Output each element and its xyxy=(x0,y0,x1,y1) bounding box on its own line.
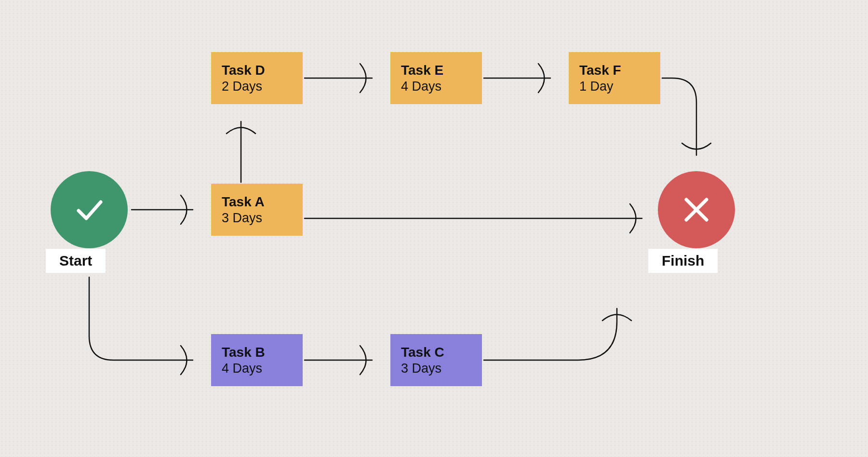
finish-node xyxy=(658,171,735,248)
task-a-duration: 3 Days xyxy=(222,210,303,226)
task-a-title: Task A xyxy=(222,194,303,210)
task-d-title: Task D xyxy=(222,62,303,79)
task-e-duration: 4 Days xyxy=(401,79,482,94)
start-label: Start xyxy=(46,249,106,273)
task-f-box: Task F 1 Day xyxy=(569,52,660,104)
task-d-box: Task D 2 Days xyxy=(211,52,303,104)
task-c-duration: 3 Days xyxy=(401,361,482,376)
task-a-box: Task A 3 Days xyxy=(211,184,303,236)
task-b-title: Task B xyxy=(222,344,303,361)
task-f-duration: 1 Day xyxy=(579,79,660,94)
task-b-duration: 4 Days xyxy=(222,361,303,376)
start-node xyxy=(51,171,128,248)
check-icon xyxy=(70,190,108,229)
task-c-title: Task C xyxy=(401,344,482,361)
task-c-box: Task C 3 Days xyxy=(390,334,482,386)
task-e-title: Task E xyxy=(401,62,482,79)
x-icon xyxy=(680,193,713,227)
finish-label: Finish xyxy=(648,249,718,273)
task-e-box: Task E 4 Days xyxy=(390,52,482,104)
task-d-duration: 2 Days xyxy=(222,79,303,94)
task-f-title: Task F xyxy=(579,62,660,79)
task-b-box: Task B 4 Days xyxy=(211,334,303,386)
